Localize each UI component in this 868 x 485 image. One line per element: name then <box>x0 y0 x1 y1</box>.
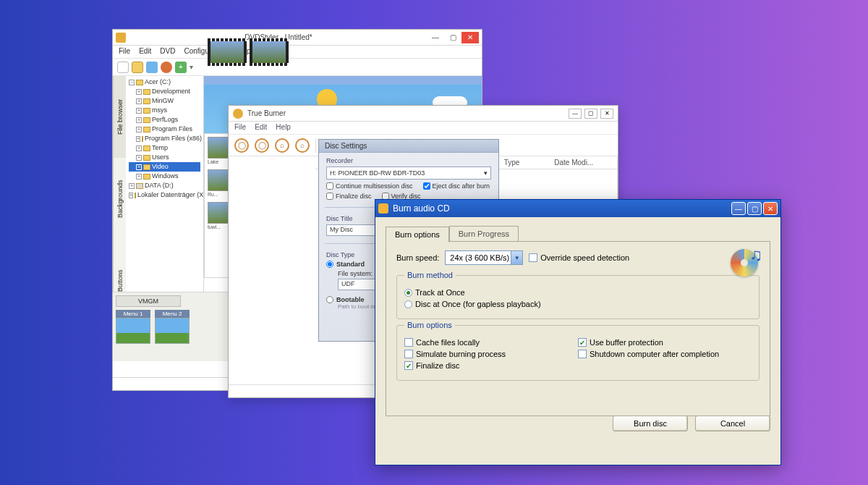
dialog-title: Burn audio CD <box>393 203 731 214</box>
maximize-button[interactable]: ▢ <box>747 202 762 215</box>
close-button[interactable]: ✕ <box>763 202 778 215</box>
add-icon[interactable]: + <box>175 62 187 73</box>
burn-speed-select[interactable]: 24x (3 600 KB/s) ▼ <box>445 250 523 265</box>
tree-item[interactable]: Program Files (x86) <box>145 134 202 143</box>
cb-multisession[interactable]: Continue multisession disc <box>326 182 413 190</box>
tree-drive[interactable]: Lokaler Datenträger (X:) <box>137 190 204 200</box>
chevron-down-icon: ▾ <box>484 169 488 177</box>
maximize-button[interactable]: ▢ <box>444 32 461 43</box>
col-date[interactable]: Date Modi... <box>550 156 617 169</box>
burn-method-group: Burn method Track at Once Disc at Once (… <box>396 271 760 319</box>
burn-audio-cd-dialog: Burn audio CD — ▢ ✕ Burn options Burn Pr… <box>375 199 781 465</box>
recorder-select[interactable]: H: PIONEER BD-RW BDR-TD03▾ <box>326 166 491 180</box>
app-icon <box>378 203 388 214</box>
tree-item[interactable]: Users <box>152 153 169 162</box>
tab-backgrounds[interactable]: Backgrounds <box>113 158 126 240</box>
tree-item[interactable]: Program Files <box>152 125 192 134</box>
menu-file[interactable]: File <box>234 123 246 132</box>
cb-finalize[interactable]: Finalize disc <box>326 193 372 200</box>
filmstrip <box>208 38 307 66</box>
disc-zoom-icon[interactable]: ⌕ <box>275 138 289 153</box>
disc-zoom-icon[interactable]: ⌕ <box>295 138 310 153</box>
cb-simulate[interactable]: Simulate burning process <box>404 350 578 358</box>
menu-help[interactable]: Help <box>276 123 291 132</box>
tree-item[interactable]: Temp <box>152 143 168 153</box>
tree-item[interactable]: msys <box>152 106 167 115</box>
film-thumb[interactable] <box>250 38 289 66</box>
disc-icon[interactable]: ◯ <box>255 138 269 153</box>
burn-method-legend: Burn method <box>404 271 456 279</box>
trueburner-titlebar[interactable]: True Burner — ▢ ✕ <box>229 106 618 122</box>
radio-track-at-once[interactable]: Track at Once <box>404 288 752 297</box>
tab-filebrowser[interactable]: File browser <box>113 76 126 158</box>
menu-file[interactable]: File <box>119 47 130 56</box>
disc-icon[interactable]: ◯ <box>234 138 249 153</box>
tree-root[interactable]: Acer (C:) <box>145 77 171 87</box>
panel-title: Disc Settings <box>319 140 498 153</box>
tree-drive[interactable]: DATA (D:) <box>145 181 174 190</box>
window-title: True Burner <box>247 109 569 117</box>
tab-pane: ♫ Burn speed: 24x (3 600 KB/s) ▼ Overrid… <box>386 241 770 416</box>
minimize-button[interactable]: — <box>731 202 746 215</box>
col-type[interactable]: Type <box>500 156 550 169</box>
dialog-titlebar[interactable]: Burn audio CD — ▢ ✕ <box>375 200 780 217</box>
app-icon <box>116 33 126 43</box>
tab-burn-options[interactable]: Burn options <box>386 227 449 242</box>
cb-buffer-protection[interactable]: ✔Use buffer protection <box>578 338 752 347</box>
cb-eject[interactable]: Eject disc after burn <box>423 182 490 190</box>
open-icon[interactable] <box>132 62 143 73</box>
burn-disc-button[interactable]: Burn disc <box>613 416 688 431</box>
minimize-button[interactable]: — <box>569 109 582 119</box>
cancel-button[interactable]: Cancel <box>695 416 770 431</box>
separator <box>315 138 316 153</box>
menu-thumb[interactable]: Menu 2 <box>155 310 190 344</box>
tab-burn-progress[interactable]: Burn Progress <box>449 226 519 242</box>
file-tree[interactable]: −Acer (C:) +Development +MinGW +msys +Pe… <box>126 76 204 321</box>
vmgm-label[interactable]: VMGM <box>116 295 181 307</box>
burn-options-group: Burn options Cache files locally Simulat… <box>396 321 760 381</box>
tree-item[interactable]: Development <box>152 87 190 96</box>
tree-item-selected[interactable]: Video <box>152 162 169 172</box>
burn-speed-label: Burn speed: <box>396 253 439 262</box>
app-icon <box>233 109 243 119</box>
cd-art-icon: ♫ <box>725 245 762 279</box>
tree-item[interactable]: Windows <box>152 172 179 181</box>
tree-item[interactable]: MinGW <box>152 96 174 106</box>
new-icon[interactable] <box>117 62 129 73</box>
cb-override-speed[interactable]: Override speed detection <box>529 253 629 262</box>
cb-shutdown[interactable]: Shutdown computer after completion <box>578 350 752 358</box>
cb-finalize-disc[interactable]: ✔Finalize disc <box>404 361 578 370</box>
fs-label: File system: <box>338 270 373 277</box>
close-button[interactable]: ✕ <box>461 32 479 43</box>
maximize-button[interactable]: ▢ <box>584 109 597 119</box>
preview-path-bar <box>204 76 482 85</box>
recorder-label: Recorder <box>326 157 491 164</box>
chevron-down-icon: ▼ <box>511 251 522 264</box>
minimize-button[interactable]: — <box>427 32 444 43</box>
save-icon[interactable] <box>146 62 158 73</box>
dropdown-icon[interactable]: ▾ <box>190 63 193 71</box>
film-thumb[interactable] <box>208 38 247 66</box>
menubar: File Edit Help <box>229 122 618 135</box>
close-button[interactable]: ✕ <box>600 109 613 119</box>
tree-item[interactable]: PerfLogs <box>152 115 178 125</box>
radio-disc-at-once[interactable]: Disc at Once (for gapless playback) <box>404 300 752 308</box>
menu-edit[interactable]: Edit <box>255 123 267 132</box>
menu-dvd[interactable]: DVD <box>160 47 175 56</box>
menu-thumb[interactable]: Menu 1 <box>116 310 150 344</box>
menu-edit[interactable]: Edit <box>139 47 151 56</box>
cb-cache-files[interactable]: Cache files locally <box>404 338 578 347</box>
burn-icon[interactable] <box>161 62 172 73</box>
burn-options-legend: Burn options <box>404 321 455 329</box>
tabbar: Burn options Burn Progress <box>386 226 770 242</box>
